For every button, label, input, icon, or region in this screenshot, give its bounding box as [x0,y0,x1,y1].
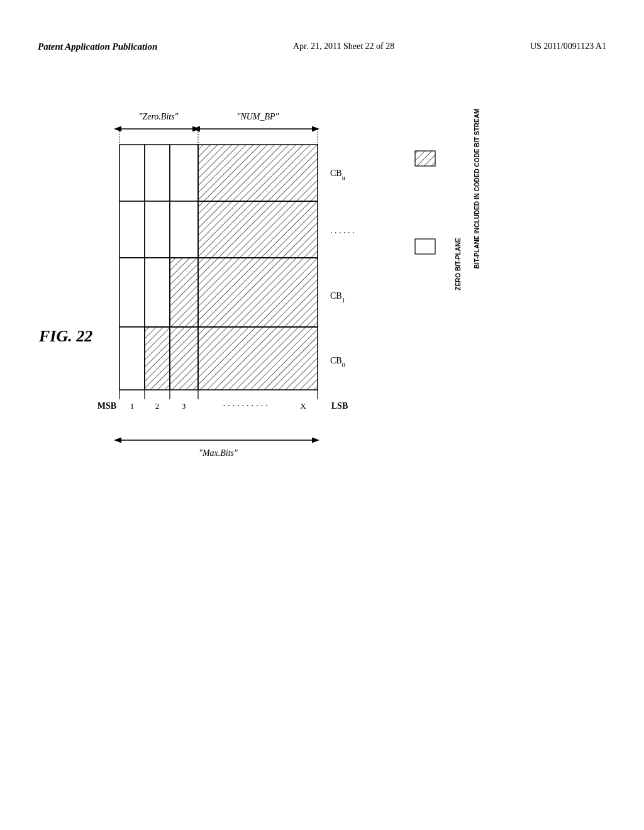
publication-number: US 2011/0091123 A1 [530,42,606,52]
svg-rect-4 [198,145,318,201]
svg-text:· · · · · · · · · ·: · · · · · · · · · · [223,401,267,411]
svg-text:LSB: LSB [331,401,348,411]
svg-text:CB1: CB1 [330,291,345,304]
svg-text:2: 2 [155,401,160,411]
svg-text:"NUM_BP": "NUM_BP" [237,112,279,121]
svg-text:· · · · · ·: · · · · · · [330,228,355,238]
svg-rect-44 [415,239,435,254]
svg-rect-8 [198,201,318,258]
svg-rect-1 [119,145,145,201]
page-header: Patent Application Publication Apr. 21, … [0,42,644,52]
svg-rect-7 [170,201,198,258]
svg-text:"Zero.Bits": "Zero.Bits" [139,112,179,121]
svg-rect-15 [170,327,198,390]
svg-rect-9 [119,258,145,327]
svg-text:BIT-PLANE INCLUDED IN CODED CO: BIT-PLANE INCLUDED IN CODED CODE BIT STR… [474,109,480,268]
svg-text:X: X [300,401,306,411]
svg-text:CB0: CB0 [330,356,345,368]
publication-title: Patent Application Publication [38,42,157,52]
svg-rect-6 [145,201,170,258]
svg-rect-11 [170,258,198,327]
svg-text:CBn: CBn [330,169,345,181]
svg-text:3: 3 [182,401,186,411]
svg-rect-13 [119,327,145,390]
svg-text:ZERO BIT-PLANE: ZERO BIT-PLANE [455,238,462,290]
svg-rect-12 [198,258,318,327]
svg-rect-3 [170,145,198,201]
svg-rect-2 [145,145,170,201]
svg-rect-16 [198,327,318,390]
main-diagram: "Zero.Bits" "NUM_BP" MSB 1 2 3 · · · · ·… [69,101,541,541]
svg-rect-42 [415,151,435,166]
svg-text:MSB: MSB [97,401,116,411]
svg-text:"Max.Bits": "Max.Bits" [199,448,238,458]
svg-rect-14 [145,327,170,390]
svg-rect-10 [145,258,170,327]
publication-date-sheet: Apr. 21, 2011 Sheet 22 of 28 [293,42,394,52]
svg-text:1: 1 [130,401,135,411]
svg-rect-5 [119,201,145,258]
